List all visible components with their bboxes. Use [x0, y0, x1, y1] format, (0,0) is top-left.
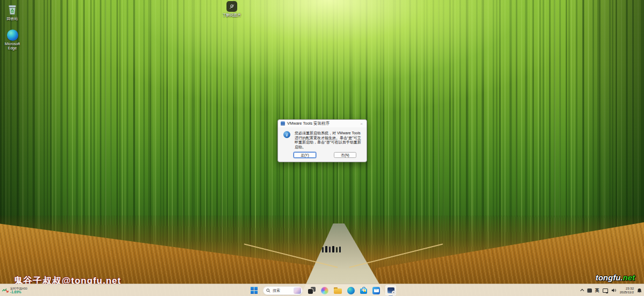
ime-indicator[interactable]: 英	[595, 287, 599, 293]
edge-icon	[347, 287, 355, 294]
installer-icon	[387, 287, 394, 293]
edge-taskbar-button[interactable]	[347, 287, 355, 294]
volume-icon[interactable]	[611, 288, 617, 293]
notifications-bell-icon[interactable]	[637, 288, 642, 293]
logo-text-green: net	[623, 273, 635, 282]
recycle-bin-icon	[6, 4, 18, 16]
search-box[interactable]: 搜索	[263, 286, 303, 295]
start-button[interactable]	[251, 287, 258, 294]
edge-icon	[7, 30, 18, 41]
desktop-icon-recycle-bin[interactable]: 回收站	[0, 4, 26, 21]
stock-change-value: -1.69%	[10, 290, 27, 294]
desktop-icon-label: 了解此图片	[223, 13, 241, 17]
copilot-button[interactable]	[321, 287, 328, 294]
logo-text-white: tongfu	[596, 273, 621, 282]
watermark-logo: tongfu.net	[596, 273, 635, 282]
search-highlight-image	[294, 287, 301, 294]
search-icon	[266, 288, 270, 293]
copilot-icon	[321, 287, 328, 294]
network-icon[interactable]	[603, 288, 608, 293]
dialog-body: i 您必须重新启动系统，对 VMware Tools 进行的配置更改才能生效。单…	[278, 127, 367, 152]
outlook-icon	[372, 287, 380, 294]
stock-chart-icon	[2, 287, 9, 293]
search-placeholder: 搜索	[273, 288, 291, 293]
system-tray: 英 23:32 2025/11/2	[581, 284, 642, 296]
tray-date: 2025/11/2	[620, 291, 634, 294]
info-icon: i	[283, 131, 290, 138]
file-explorer-button[interactable]	[334, 287, 342, 294]
tray-app-icon[interactable]	[587, 288, 592, 293]
stock-widget[interactable]: 富时中国A50 -1.69%	[2, 285, 27, 296]
clock[interactable]: 23:32 2025/11/2	[620, 287, 634, 294]
dialog-message: 您必须重新启动系统，对 VMware Tools 进行的配置更改才能生效。单击“…	[295, 131, 362, 152]
dialog-titlebar[interactable]: VMware Tools 安装程序 ×	[278, 120, 367, 127]
taskbar-center: 搜索	[251, 284, 396, 296]
desktop-icon-learn-about-picture[interactable]: 了解此图片	[218, 1, 246, 17]
store-icon	[360, 287, 367, 294]
vmware-tools-dialog: VMware Tools 安装程序 × i 您必须重新启动系统，对 VMware…	[277, 119, 367, 162]
desktop-icon-edge[interactable]: Microsoft Edge	[0, 30, 26, 50]
picture-info-icon	[226, 1, 237, 12]
hidden-icons-chevron-icon[interactable]	[580, 289, 584, 293]
vmware-installer-taskbar-button[interactable]	[385, 285, 396, 295]
wallpaper-people	[321, 245, 348, 252]
folder-icon	[334, 287, 342, 294]
taskbar: 富时中国A50 -1.69% 搜索	[0, 284, 644, 296]
outlook-button[interactable]	[372, 287, 380, 294]
no-button[interactable]: 否(N)	[334, 152, 356, 158]
task-view-button[interactable]	[308, 287, 316, 294]
desktop-icon-label: Microsoft Edge	[2, 42, 23, 50]
task-view-icon	[308, 287, 316, 294]
desktop-icon-label: 回收站	[7, 17, 18, 21]
microsoft-store-button[interactable]	[360, 287, 367, 294]
desktop: 回收站 Microsoft Edge 了解此图片 鬼谷子叔叔@tongfu.ne…	[0, 0, 644, 296]
yes-button[interactable]: 是(Y)	[294, 152, 316, 158]
vmware-app-icon	[281, 121, 285, 126]
dialog-title: VMware Tools 安装程序	[287, 121, 357, 126]
dialog-buttons: 是(Y) 否(N)	[278, 152, 367, 162]
windows-logo-icon	[251, 287, 258, 294]
close-icon[interactable]: ×	[359, 121, 364, 126]
